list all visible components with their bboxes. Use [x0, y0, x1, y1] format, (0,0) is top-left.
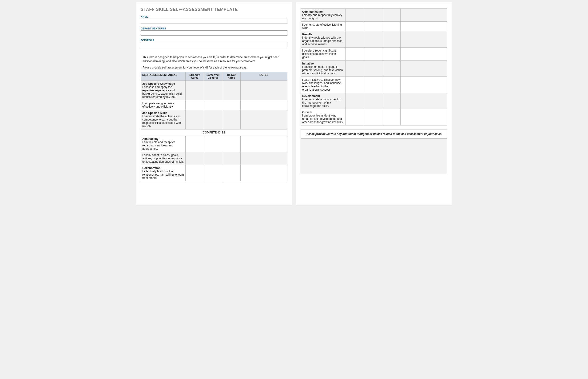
area-cell: CollaborationI effectively build positiv…	[141, 165, 186, 181]
rating-cell[interactable]	[186, 136, 204, 152]
area-desc: I identify goals aligned with the organi…	[302, 36, 343, 46]
page-1: STAFF SKILL SELF-ASSESSMENT TEMPLATE NAM…	[136, 2, 292, 205]
area-desc: I am flexible and receptive regarding ne…	[142, 141, 175, 150]
area-desc: I am proactive in identifying areas for …	[302, 114, 343, 124]
rating-cell[interactable]	[222, 136, 241, 152]
notes-cell[interactable]	[400, 22, 447, 31]
rating-cell[interactable]	[364, 93, 382, 109]
area-cell: ResultsI identify goals aligned with the…	[301, 31, 346, 47]
notes-cell[interactable]	[241, 152, 287, 165]
area-desc: I anticipate needs, engage in problem-so…	[302, 65, 343, 75]
rating-cell[interactable]	[382, 77, 400, 93]
notes-cell[interactable]	[400, 77, 447, 93]
area-desc: I easily adapt to plans, goals, actions,…	[142, 154, 184, 163]
header-areas: SELF-ASSESSMENT AREAS	[141, 72, 186, 81]
area-title: Initiative	[302, 62, 344, 65]
table-row: I take initiative to discover new work c…	[301, 77, 447, 93]
rating-cell[interactable]	[364, 22, 382, 31]
notes-cell[interactable]	[400, 31, 447, 47]
rating-cell[interactable]	[364, 47, 382, 61]
area-desc: I clearly and respectfully convey my tho…	[302, 14, 342, 20]
rating-cell[interactable]	[186, 100, 204, 110]
rating-cell[interactable]	[222, 100, 241, 110]
notes-cell[interactable]	[400, 47, 447, 61]
rating-cell[interactable]	[346, 47, 364, 61]
rating-cell[interactable]	[364, 31, 382, 47]
role-input[interactable]	[141, 42, 287, 47]
feedback-prompt: Please provide us with any additional th…	[301, 129, 447, 139]
rating-cell[interactable]	[346, 9, 364, 22]
intro-p1: This form is designed to help you to sel…	[143, 55, 286, 63]
notes-cell[interactable]	[400, 9, 447, 22]
rating-cell[interactable]	[364, 61, 382, 77]
rating-cell[interactable]	[364, 109, 382, 126]
rating-cell[interactable]	[382, 22, 400, 31]
rating-cell[interactable]	[204, 165, 222, 181]
rating-cell[interactable]	[364, 9, 382, 22]
section-row-competencies: COMPETENCIES	[141, 129, 287, 136]
rating-cell[interactable]	[346, 31, 364, 47]
rating-cell[interactable]	[346, 93, 364, 109]
table-row: Job-Specific KnowledgeI possess and appl…	[141, 81, 287, 100]
intro-text: This form is designed to help you to sel…	[143, 55, 286, 69]
rating-cell[interactable]	[364, 77, 382, 93]
rating-cell[interactable]	[382, 93, 400, 109]
role-label: JOB/ROLE	[141, 39, 287, 42]
rating-cell[interactable]	[346, 22, 364, 31]
rating-cell[interactable]	[204, 136, 222, 152]
table-row: I persist through significant difficulti…	[301, 47, 447, 61]
table-row: CommunicationI clearly and respectfully …	[301, 9, 447, 22]
area-title: Collaboration	[142, 166, 184, 170]
notes-cell[interactable]	[400, 93, 447, 109]
name-label: NAME	[141, 15, 287, 18]
rating-cell[interactable]	[346, 61, 364, 77]
area-cell: Job-Specific KnowledgeI possess and appl…	[141, 81, 186, 100]
rating-cell[interactable]	[222, 165, 241, 181]
dept-input[interactable]	[141, 30, 287, 35]
rating-cell[interactable]	[382, 47, 400, 61]
rating-cell[interactable]	[204, 110, 222, 129]
section-competencies: COMPETENCIES	[141, 129, 287, 136]
rating-cell[interactable]	[186, 81, 204, 100]
table-row: ResultsI identify goals aligned with the…	[301, 31, 447, 47]
notes-cell[interactable]	[241, 165, 287, 181]
feedback-input[interactable]	[301, 139, 447, 174]
header-notes: NOTES	[241, 72, 287, 81]
rating-cell[interactable]	[204, 81, 222, 100]
rating-cell[interactable]	[382, 61, 400, 77]
rating-cell[interactable]	[186, 110, 204, 129]
area-desc: I demonstrate the aptitude and competenc…	[142, 115, 181, 128]
rating-cell[interactable]	[382, 31, 400, 47]
notes-cell[interactable]	[241, 110, 287, 129]
notes-cell[interactable]	[400, 109, 447, 126]
rating-cell[interactable]	[346, 77, 364, 93]
table-row: I easily adapt to plans, goals, actions,…	[141, 152, 287, 165]
rating-cell[interactable]	[222, 81, 241, 100]
area-title: Development	[302, 95, 344, 98]
table-row: GrowthI am proactive in identifying area…	[301, 109, 447, 126]
rating-cell[interactable]	[346, 109, 364, 126]
rating-cell[interactable]	[382, 109, 400, 126]
rating-cell[interactable]	[222, 110, 241, 129]
rating-cell[interactable]	[204, 100, 222, 110]
notes-cell[interactable]	[241, 100, 287, 110]
table-row: I demonstrate effective listening skills…	[301, 22, 447, 31]
area-cell: Job-Specific SkillsI demonstrate the apt…	[141, 110, 186, 129]
area-desc: I demonstrate effective listening skills…	[302, 23, 342, 30]
notes-cell[interactable]	[400, 61, 447, 77]
name-input[interactable]	[141, 19, 287, 24]
assessment-table-2: CommunicationI clearly and respectfully …	[301, 8, 447, 126]
area-cell: I easily adapt to plans, goals, actions,…	[141, 152, 186, 165]
rating-cell[interactable]	[204, 152, 222, 165]
rating-cell[interactable]	[382, 9, 400, 22]
page-title: STAFF SKILL SELF-ASSESSMENT TEMPLATE	[141, 7, 287, 12]
notes-cell[interactable]	[241, 81, 287, 100]
rating-cell[interactable]	[186, 152, 204, 165]
area-cell: I demonstrate effective listening skills…	[301, 22, 346, 31]
header-swd: Somewhat Disagree	[204, 72, 222, 81]
header-sa: Strongly Agree	[186, 72, 204, 81]
rating-cell[interactable]	[222, 152, 241, 165]
page-2: CommunicationI clearly and respectfully …	[296, 2, 452, 205]
notes-cell[interactable]	[241, 136, 287, 152]
rating-cell[interactable]	[186, 165, 204, 181]
